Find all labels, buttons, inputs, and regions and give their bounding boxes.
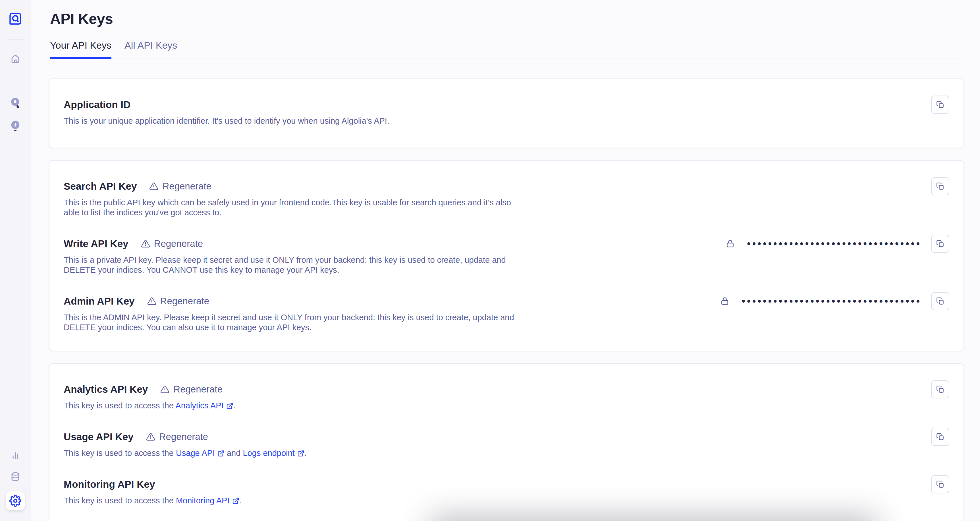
external-link-icon	[226, 402, 233, 409]
key-description: This key is used to access the Usage API…	[64, 448, 307, 458]
key-controls	[921, 177, 949, 195]
key-title: Search API Key	[64, 180, 137, 193]
api-key-row: Write API KeyRegenerateThis is a private…	[64, 237, 949, 275]
copy-icon	[936, 182, 944, 190]
gear-icon	[10, 495, 21, 507]
tabs: Your API KeysAll API Keys	[49, 40, 964, 59]
copy-button[interactable]	[931, 292, 949, 310]
api-key-row: Analytics API KeyRegenerateThis key is u…	[64, 383, 949, 411]
api-key-row: Search API KeyRegenerateThis is the publ…	[64, 180, 949, 218]
regenerate-button[interactable]: Regenerate	[149, 180, 211, 193]
copy-icon	[936, 433, 944, 441]
sidebar-item-analytics[interactable]	[10, 450, 21, 461]
doc-link-analytics-api[interactable]: Analytics API	[175, 401, 233, 410]
masked-key-value: •••••••••••••••••••••••••••••••••	[747, 239, 921, 249]
external-link-icon	[218, 450, 224, 457]
warning-icon	[147, 296, 156, 306]
regenerate-label: Regenerate	[162, 180, 211, 193]
lock-icon	[725, 239, 735, 249]
doc-link-usage-api[interactable]: Usage API	[176, 448, 224, 457]
external-link-icon	[297, 450, 304, 457]
regenerate-button[interactable]: Regenerate	[146, 430, 208, 443]
copy-icon	[936, 480, 944, 488]
search-icon	[9, 97, 22, 110]
main-content: API Keys Your API KeysAll API Keys Appli…	[32, 10, 980, 521]
warning-icon	[160, 385, 169, 394]
copy-icon	[936, 240, 944, 248]
copy-icon	[936, 101, 944, 108]
key-description: This is your unique application identifi…	[64, 116, 390, 126]
copy-icon	[936, 386, 944, 393]
copy-button[interactable]	[931, 96, 949, 114]
key-controls	[921, 428, 949, 446]
key-description: This is the ADMIN API key. Please keep i…	[64, 312, 519, 333]
bar-chart-icon	[10, 450, 21, 461]
copy-icon	[936, 297, 944, 305]
key-title: Usage API Key	[64, 430, 134, 443]
key-controls	[921, 96, 949, 114]
external-link-icon	[232, 497, 239, 505]
regenerate-button[interactable]: Regenerate	[160, 383, 222, 395]
sidebar-item-search[interactable]	[9, 97, 22, 110]
page-title: API Keys	[50, 10, 964, 27]
home-icon	[10, 53, 21, 64]
sidebar-item-recommend[interactable]	[9, 119, 22, 132]
algolia-logo-icon	[8, 12, 22, 26]
masked-key-value: ••••••••••••••••••••••••••••••••••	[741, 296, 921, 306]
regenerate-label: Regenerate	[160, 295, 209, 308]
api-key-row: Monitoring API KeyThis key is used to ac…	[64, 478, 949, 506]
key-controls: ••••••••••••••••••••••••••••••••••	[720, 292, 949, 310]
api-key-row: Admin API KeyRegenerateThis is the ADMIN…	[64, 295, 949, 333]
algolia-logo[interactable]	[8, 11, 22, 26]
copy-button[interactable]	[931, 380, 949, 398]
sidebar-item-data[interactable]	[10, 471, 21, 482]
doc-link-monitoring-api[interactable]: Monitoring API	[176, 496, 239, 505]
sidebar-divider	[6, 39, 24, 40]
doc-link-logs-endpoint[interactable]: Logs endpoint	[243, 448, 304, 457]
sidebar	[0, 0, 31, 521]
sidebar-item-home[interactable]	[10, 53, 21, 64]
copy-button[interactable]	[931, 428, 949, 446]
regenerate-label: Regenerate	[159, 430, 208, 443]
regenerate-button[interactable]: Regenerate	[141, 237, 203, 250]
key-title: Analytics API Key	[64, 383, 148, 395]
warning-icon	[146, 432, 155, 441]
key-description: This key is used to access the Analytics…	[64, 401, 235, 411]
regenerate-button[interactable]: Regenerate	[147, 295, 209, 308]
key-description: This is a private API key. Please keep i…	[64, 255, 519, 275]
sidebar-item-settings[interactable]	[6, 491, 25, 510]
api-key-cards: Application IDThis is your unique applic…	[49, 78, 964, 521]
tab-your-api-keys[interactable]: Your API Keys	[50, 40, 111, 59]
database-icon	[10, 471, 21, 482]
api-key-row: Application IDThis is your unique applic…	[64, 99, 949, 126]
key-title: Admin API Key	[64, 295, 135, 308]
api-keys-card: Analytics API KeyRegenerateThis key is u…	[49, 363, 964, 521]
key-title: Monitoring API Key	[64, 478, 155, 491]
recommend-bulb-icon	[9, 119, 22, 132]
key-controls	[921, 475, 949, 494]
key-controls: •••••••••••••••••••••••••••••••••	[725, 234, 949, 253]
key-controls	[921, 380, 949, 398]
api-keys-card: Application IDThis is your unique applic…	[49, 78, 964, 148]
api-keys-card: Search API KeyRegenerateThis is the publ…	[49, 160, 964, 351]
copy-button[interactable]	[931, 234, 949, 253]
regenerate-label: Regenerate	[173, 383, 222, 395]
key-title: Write API Key	[64, 237, 129, 250]
warning-icon	[149, 182, 158, 191]
lock-icon	[720, 296, 730, 306]
api-key-row: Usage API KeyRegenerateThis key is used …	[64, 430, 949, 458]
key-description: This key is used to access the Monitorin…	[64, 496, 242, 506]
key-description: This is the public API key which can be …	[64, 198, 519, 218]
regenerate-label: Regenerate	[154, 237, 203, 250]
key-title: Application ID	[64, 99, 130, 111]
copy-button[interactable]	[931, 475, 949, 494]
warning-icon	[141, 239, 150, 248]
copy-button[interactable]	[931, 177, 949, 195]
tab-all-api-keys[interactable]: All API Keys	[124, 40, 177, 59]
